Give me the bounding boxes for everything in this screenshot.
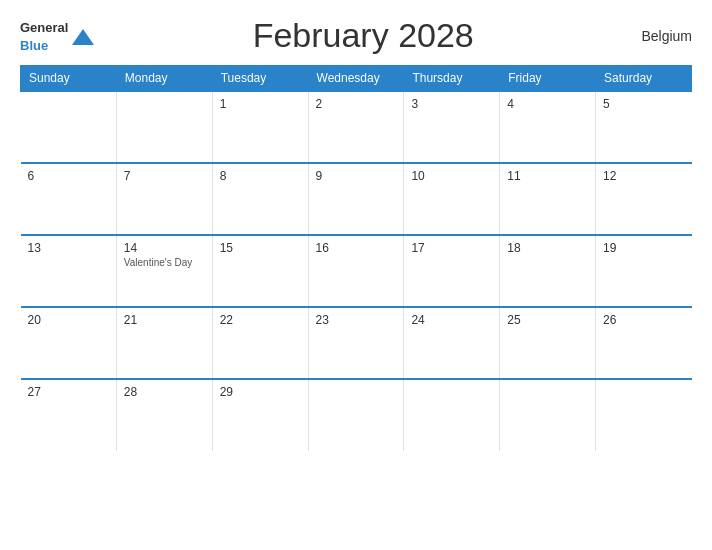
weekday-header-monday: Monday xyxy=(116,66,212,92)
weekday-header-tuesday: Tuesday xyxy=(212,66,308,92)
calendar-cell: 17 xyxy=(404,235,500,307)
calendar-table: SundayMondayTuesdayWednesdayThursdayFrid… xyxy=(20,65,692,451)
country-label: Belgium xyxy=(632,28,692,44)
calendar-cell: 11 xyxy=(500,163,596,235)
calendar-cell: 29 xyxy=(212,379,308,451)
calendar-cell xyxy=(116,91,212,163)
day-number: 7 xyxy=(124,169,205,183)
day-number: 1 xyxy=(220,97,301,111)
weekday-header-friday: Friday xyxy=(500,66,596,92)
day-number: 16 xyxy=(316,241,397,255)
day-number: 27 xyxy=(28,385,109,399)
day-number: 19 xyxy=(603,241,684,255)
calendar-cell: 27 xyxy=(21,379,117,451)
day-number: 23 xyxy=(316,313,397,327)
weekday-header-row: SundayMondayTuesdayWednesdayThursdayFrid… xyxy=(21,66,692,92)
calendar-cell: 2 xyxy=(308,91,404,163)
day-number: 8 xyxy=(220,169,301,183)
calendar-cell: 23 xyxy=(308,307,404,379)
day-number: 5 xyxy=(603,97,684,111)
calendar-cell: 13 xyxy=(21,235,117,307)
calendar-cell xyxy=(596,379,692,451)
day-number: 21 xyxy=(124,313,205,327)
logo-general: General xyxy=(20,20,68,35)
calendar-cell: 4 xyxy=(500,91,596,163)
svg-marker-0 xyxy=(72,29,94,45)
calendar-cell xyxy=(21,91,117,163)
logo-flag-icon xyxy=(72,27,94,45)
calendar-cell xyxy=(500,379,596,451)
calendar-cell: 19 xyxy=(596,235,692,307)
calendar-cell: 12 xyxy=(596,163,692,235)
day-number: 15 xyxy=(220,241,301,255)
day-number: 10 xyxy=(411,169,492,183)
calendar-cell: 25 xyxy=(500,307,596,379)
logo-text: General Blue xyxy=(20,18,68,54)
calendar-cell: 28 xyxy=(116,379,212,451)
weekday-header-thursday: Thursday xyxy=(404,66,500,92)
calendar-cell: 20 xyxy=(21,307,117,379)
calendar-cell: 7 xyxy=(116,163,212,235)
calendar-cell: 6 xyxy=(21,163,117,235)
calendar-cell: 24 xyxy=(404,307,500,379)
calendar-page: General Blue February 2028 Belgium Sunda… xyxy=(0,0,712,550)
calendar-cell: 21 xyxy=(116,307,212,379)
week-row-2: 6789101112 xyxy=(21,163,692,235)
day-number: 9 xyxy=(316,169,397,183)
day-number: 17 xyxy=(411,241,492,255)
day-number: 22 xyxy=(220,313,301,327)
weekday-header-saturday: Saturday xyxy=(596,66,692,92)
week-row-4: 20212223242526 xyxy=(21,307,692,379)
calendar-cell: 22 xyxy=(212,307,308,379)
week-row-5: 272829 xyxy=(21,379,692,451)
week-row-3: 1314Valentine's Day1516171819 xyxy=(21,235,692,307)
day-number: 12 xyxy=(603,169,684,183)
weekday-header-wednesday: Wednesday xyxy=(308,66,404,92)
weekday-header-sunday: Sunday xyxy=(21,66,117,92)
day-number: 6 xyxy=(28,169,109,183)
calendar-cell: 3 xyxy=(404,91,500,163)
day-number: 26 xyxy=(603,313,684,327)
day-number: 28 xyxy=(124,385,205,399)
day-number: 25 xyxy=(507,313,588,327)
day-number: 3 xyxy=(411,97,492,111)
day-number: 4 xyxy=(507,97,588,111)
day-number: 29 xyxy=(220,385,301,399)
calendar-cell xyxy=(404,379,500,451)
day-number: 13 xyxy=(28,241,109,255)
day-number: 11 xyxy=(507,169,588,183)
calendar-cell xyxy=(308,379,404,451)
day-number: 18 xyxy=(507,241,588,255)
day-number: 20 xyxy=(28,313,109,327)
logo: General Blue xyxy=(20,18,94,54)
day-event: Valentine's Day xyxy=(124,257,205,268)
calendar-cell: 26 xyxy=(596,307,692,379)
calendar-cell: 15 xyxy=(212,235,308,307)
calendar-cell: 10 xyxy=(404,163,500,235)
calendar-cell: 9 xyxy=(308,163,404,235)
calendar-cell: 5 xyxy=(596,91,692,163)
calendar-cell: 16 xyxy=(308,235,404,307)
calendar-header: General Blue February 2028 Belgium xyxy=(20,16,692,55)
calendar-title: February 2028 xyxy=(94,16,632,55)
day-number: 24 xyxy=(411,313,492,327)
logo-blue: Blue xyxy=(20,38,48,53)
week-row-1: 12345 xyxy=(21,91,692,163)
calendar-cell: 18 xyxy=(500,235,596,307)
day-number: 2 xyxy=(316,97,397,111)
day-number: 14 xyxy=(124,241,205,255)
calendar-cell: 8 xyxy=(212,163,308,235)
calendar-cell: 1 xyxy=(212,91,308,163)
calendar-cell: 14Valentine's Day xyxy=(116,235,212,307)
